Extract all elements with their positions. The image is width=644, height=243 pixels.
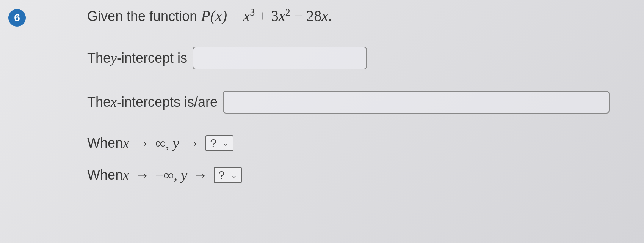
question-number-badge: 6 [8, 9, 26, 27]
limit2-y: y [181, 167, 187, 183]
limit1-prefix: When [87, 135, 123, 151]
prompt-prefix: Given the function [87, 8, 201, 24]
limit1-comma: , [166, 135, 173, 151]
limit2-prefix: When [87, 167, 123, 183]
period: . [328, 7, 332, 24]
limit2-select-value: ? [218, 169, 225, 181]
limit2-x: x [123, 167, 129, 183]
term3-coef: 28 [306, 7, 321, 24]
limit1-select[interactable]: ? ⌄ [205, 135, 233, 151]
x-intercept-row: The x -intercepts is/are [87, 91, 633, 114]
limit2-arrow1: → [133, 167, 152, 183]
term2-coef: 3 [271, 7, 279, 24]
limit1-expression: x → ∞, y → [123, 135, 202, 151]
y-intercept-prefix: The [87, 50, 111, 66]
function-lhs: P(x) [201, 7, 227, 24]
question-content: Given the function P(x) = x3 + 3x2 − 28x… [87, 7, 633, 199]
x-intercept-suffix: -intercepts is/are [117, 94, 218, 110]
term2-var: x [279, 7, 285, 24]
limit-neg-infinity-row: When x → −∞, y → ? ⌄ [87, 167, 633, 183]
term3-var: x [321, 7, 328, 24]
term1-var: x [243, 7, 250, 24]
term2-exp: 2 [285, 7, 290, 18]
limit2-expression: x → −∞, y → [123, 167, 210, 183]
limit-pos-infinity-row: When x → ∞, y → ? ⌄ [87, 135, 633, 151]
function-expression: P(x) = x3 + 3x2 − 28x. [201, 7, 332, 24]
limit1-x: x [123, 135, 129, 151]
limit2-comma: , [174, 167, 181, 183]
x-intercept-prefix: The [87, 94, 111, 110]
chevron-down-icon: ⌄ [231, 170, 237, 180]
y-variable: y [111, 50, 117, 66]
y-intercept-suffix: -intercept is [117, 50, 187, 66]
limit1-select-value: ? [210, 137, 216, 150]
limit1-arrow1: → [133, 135, 152, 151]
y-intercept-row: The y -intercept is [87, 47, 633, 69]
plus-sign: + [255, 7, 271, 24]
question-prompt: Given the function P(x) = x3 + 3x2 − 28x… [87, 7, 633, 25]
limit1-arrow2: → [183, 135, 202, 151]
chevron-down-icon: ⌄ [223, 139, 229, 148]
x-intercept-input[interactable] [223, 91, 610, 114]
x-variable: x [111, 94, 117, 110]
y-intercept-input[interactable] [193, 47, 367, 69]
question-number-text: 6 [14, 12, 20, 24]
limit2-arrow2: → [191, 167, 210, 183]
limit2-neg-infinity: −∞ [155, 167, 174, 183]
equals-sign: = [227, 7, 243, 24]
limit1-y: y [173, 135, 179, 151]
limit2-select[interactable]: ? ⌄ [214, 167, 242, 183]
limit1-infinity: ∞ [155, 135, 166, 151]
term1-exp: 3 [250, 7, 255, 18]
minus-sign: − [290, 7, 307, 24]
